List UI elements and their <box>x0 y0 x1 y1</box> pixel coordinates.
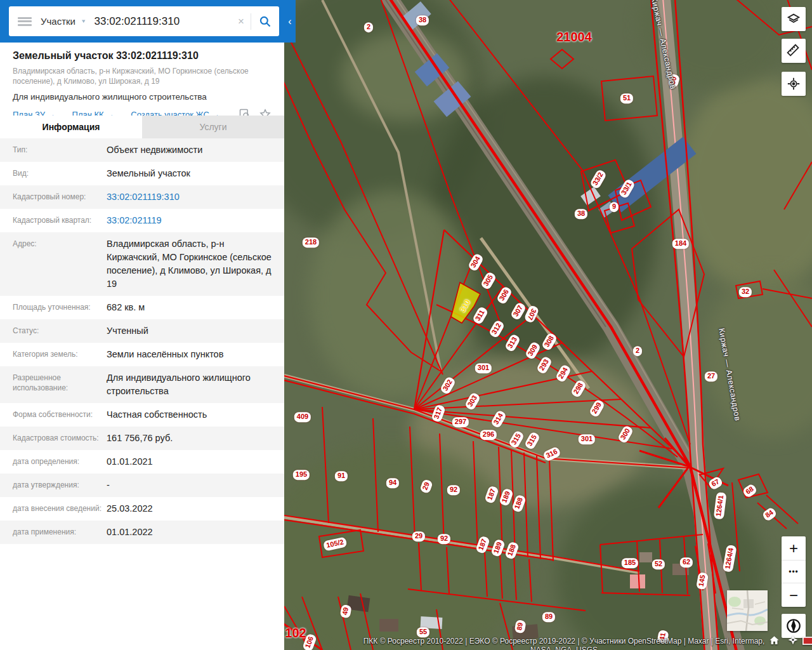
parcel-number-label[interactable]: 296 <box>480 430 497 440</box>
parcel-number-label[interactable]: 187 <box>484 485 499 504</box>
parcel-number-label[interactable]: 55 <box>417 627 429 637</box>
row-value-link[interactable]: 33:02:021119:310 <box>107 190 284 204</box>
zoom-more-button[interactable]: ••• <box>782 560 806 583</box>
parcel-number-label[interactable]: 316 <box>542 446 562 461</box>
parcel-number-label[interactable]: 33/2 <box>589 168 607 189</box>
parcel-number-label[interactable]: 195 <box>293 470 310 480</box>
parcel-number-label[interactable]: 2 <box>633 346 642 356</box>
parcel-number-label[interactable]: 1264/4 <box>723 545 737 573</box>
zoom-controls: + ••• − <box>782 536 806 607</box>
menu-icon[interactable] <box>18 17 32 26</box>
parcel-number-label[interactable]: 218 <box>303 237 319 248</box>
ruler-button[interactable] <box>782 39 806 63</box>
parcel-number-label[interactable]: 38 <box>416 15 429 25</box>
row-label: дата применения: <box>13 526 107 538</box>
parcel-number-label[interactable]: 314 <box>490 409 508 429</box>
parcel-number-label[interactable]: 188 <box>511 494 527 513</box>
parcel-number-label[interactable]: 89 <box>514 620 526 634</box>
parcel-number-label[interactable]: 315 <box>508 430 525 449</box>
parcel-number-label[interactable]: 62 <box>680 557 693 567</box>
search-category-select[interactable]: Участки <box>41 16 75 27</box>
parcel-number-label[interactable]: 52 <box>652 559 665 569</box>
clear-search-icon[interactable]: × <box>232 15 251 28</box>
layers-button[interactable] <box>782 7 806 31</box>
parcel-number-label[interactable]: 92 <box>438 534 450 544</box>
parcel-number-label[interactable]: 68 <box>742 483 758 499</box>
zoom-in-button[interactable]: + <box>782 536 806 560</box>
parcel-number-label[interactable]: 189 <box>499 488 514 507</box>
overview-minimap[interactable] <box>727 590 768 631</box>
parcel-number-label[interactable]: 312 <box>488 319 506 339</box>
parcel-number-label[interactable]: 185 <box>622 558 638 568</box>
parcel-number-label[interactable]: 409 <box>294 412 311 422</box>
parcel-number-label[interactable]: 33/1 <box>618 178 636 199</box>
parcel-number-label[interactable]: 303 <box>464 392 481 411</box>
parcel-number-label[interactable]: 315 <box>524 431 541 451</box>
row-label: Категория земель: <box>13 348 107 360</box>
quarter-number-label: 21004 <box>556 30 592 44</box>
parcel-number-label[interactable]: 29 <box>419 479 433 494</box>
zoom-out-button[interactable]: − <box>782 583 806 607</box>
search-input[interactable] <box>95 15 232 28</box>
parcel-number-label[interactable]: 302 <box>440 376 457 395</box>
tab-information[interactable]: Информация <box>0 116 142 138</box>
selected-parcel-label[interactable]: 310 <box>458 298 472 314</box>
parcel-number-label[interactable]: 92 <box>447 485 460 495</box>
parcel-number-label[interactable]: 301 <box>579 434 595 444</box>
overview-toggle-icon[interactable] <box>802 636 812 647</box>
search-button[interactable] <box>251 15 279 28</box>
parcel-number-label[interactable]: 1264/1 <box>714 492 727 519</box>
locate-extent-button[interactable] <box>782 72 806 96</box>
parcel-number-label[interactable]: 32 <box>739 287 752 297</box>
row-label: Разрешенное использование: <box>13 371 107 393</box>
parcel-number-label[interactable]: 297 <box>452 417 469 427</box>
parcel-number-label[interactable]: 305 <box>480 271 497 291</box>
parcel-number-label[interactable]: 91 <box>335 471 348 481</box>
parcel-number-label[interactable]: 307 <box>523 305 539 324</box>
panel-collapse-button[interactable]: ‹ <box>284 0 296 43</box>
parcel-number-label[interactable]: 301 <box>475 363 492 373</box>
parcel-number-label[interactable]: 145 <box>696 572 709 590</box>
tab-services[interactable]: Услуги <box>142 116 284 138</box>
parcel-number-label[interactable]: 29 <box>412 531 425 541</box>
parcel-number-label[interactable]: 27 <box>705 371 717 381</box>
parcel-number-label[interactable]: 188 <box>504 541 520 560</box>
parcel-number-label[interactable]: 299 <box>589 399 606 418</box>
parcel-number-label[interactable]: 89 <box>542 612 555 622</box>
parcel-number-label[interactable]: 309 <box>525 341 542 361</box>
parcel-number-label[interactable]: 51 <box>620 93 633 103</box>
row-value: Учтенный <box>107 324 284 338</box>
row-value: 01.01.2022 <box>107 526 284 539</box>
parcel-number-label[interactable]: 84 <box>761 507 778 522</box>
parcel-number-label[interactable]: 304 <box>468 253 485 272</box>
parcel-number-label[interactable]: 2 <box>364 22 373 32</box>
row-value-link[interactable]: 33:02:021119 <box>107 214 284 227</box>
parcel-number-label[interactable]: 293 <box>536 355 553 375</box>
parcel-number-label[interactable]: 298 <box>570 379 587 399</box>
parcel-number-label[interactable]: 311 <box>472 306 489 325</box>
parcel-number-label[interactable]: 306 <box>496 286 513 305</box>
locate-icon[interactable] <box>787 634 799 648</box>
parcel-number-label[interactable]: 317 <box>431 404 446 423</box>
row-label: Кадастровый квартал: <box>13 214 107 226</box>
parcel-labels-layer: 238210045150Киржач — Александров33/233/1… <box>284 0 812 650</box>
parcel-number-label[interactable]: 67 <box>707 475 723 491</box>
parcel-number-label[interactable]: 308 <box>541 332 558 352</box>
parcel-number-label[interactable]: 294 <box>555 364 572 383</box>
home-icon[interactable] <box>769 635 780 648</box>
parcel-number-label[interactable]: 105/2 <box>323 537 347 552</box>
parcel-number-label[interactable]: 189 <box>490 538 506 557</box>
road-name-label: Киржач — Александров <box>717 328 742 422</box>
parcel-number-label[interactable]: 300 <box>617 425 634 444</box>
row-label: Кадастровый номер: <box>13 190 107 202</box>
parcel-number-label[interactable]: 38 <box>575 209 587 219</box>
parcel-number-label[interactable]: 187 <box>475 535 490 554</box>
parcel-number-label[interactable]: 49 <box>339 604 351 619</box>
parcel-number-label[interactable]: 9 <box>610 202 619 212</box>
map-canvas[interactable]: 238210045150Киржач — Александров33/233/1… <box>284 0 812 650</box>
parcel-number-label[interactable]: 313 <box>504 333 521 353</box>
parcel-number-label[interactable]: 184 <box>672 239 689 249</box>
target-icon <box>787 77 801 91</box>
parcel-number-label[interactable]: 94 <box>386 478 399 488</box>
chevron-down-icon[interactable]: ▾ <box>82 18 86 24</box>
